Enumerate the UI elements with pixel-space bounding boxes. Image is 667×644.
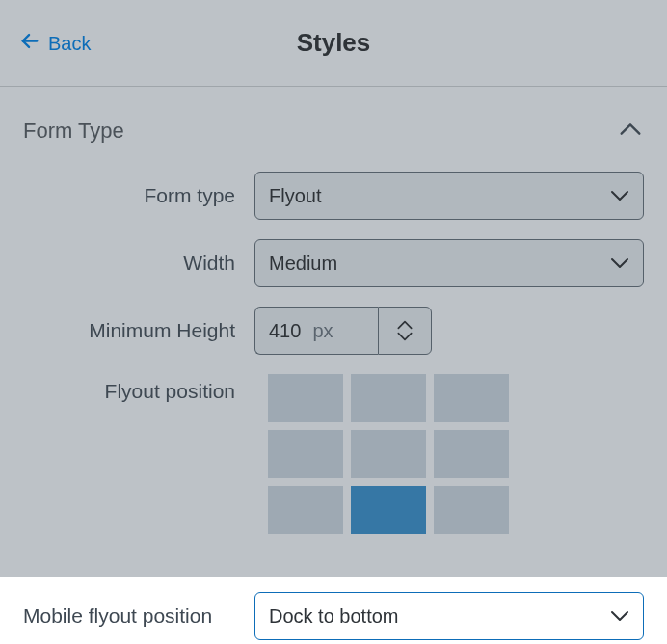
- page-title: Styles: [297, 28, 371, 58]
- section-title: Form Type: [23, 119, 124, 144]
- flyout-position-bottom-right[interactable]: [434, 486, 509, 534]
- min-height-input[interactable]: 410 px: [254, 307, 378, 355]
- back-label: Back: [48, 32, 91, 54]
- flyout-position-bottom-center[interactable]: [351, 486, 426, 534]
- label-mobile-flyout-position: Mobile flyout position: [23, 603, 254, 629]
- chevron-down-icon: [395, 331, 414, 342]
- row-flyout-position: Flyout position: [23, 374, 644, 534]
- select-form-type[interactable]: Flyout: [254, 172, 644, 220]
- flyout-position-middle-right[interactable]: [434, 430, 509, 478]
- chevron-up-icon: [617, 116, 644, 147]
- chevron-up-icon: [395, 319, 414, 331]
- label-flyout-position: Flyout position: [23, 374, 254, 403]
- select-form-type-value: Flyout: [269, 185, 321, 207]
- min-height-stepper[interactable]: [378, 307, 432, 355]
- min-height-control: 410 px: [254, 307, 644, 355]
- flyout-position-middle-center[interactable]: [351, 430, 426, 478]
- label-form-type: Form type: [23, 184, 254, 207]
- select-mobile-flyout-position-value: Dock to bottom: [269, 605, 399, 628]
- select-width-value: Medium: [269, 253, 337, 275]
- row-width: Width Medium: [23, 239, 644, 287]
- section-header-form-type[interactable]: Form Type: [0, 87, 667, 164]
- label-min-height: Minimum Height: [23, 319, 254, 342]
- label-width: Width: [23, 252, 254, 275]
- arrow-left-icon: [19, 30, 40, 56]
- min-height-unit: px: [312, 320, 333, 342]
- back-button[interactable]: Back: [19, 30, 91, 56]
- flyout-position-grid: [268, 374, 644, 534]
- flyout-position-top-center[interactable]: [351, 374, 426, 422]
- page-header: Back Styles: [0, 0, 667, 87]
- mobile-flyout-panel: Mobile flyout position Dock to bottom: [0, 577, 667, 644]
- select-mobile-flyout-position[interactable]: Dock to bottom: [254, 592, 644, 640]
- flyout-position-bottom-left[interactable]: [268, 486, 343, 534]
- form-area: Form type Flyout Width Medium Minimum He…: [0, 164, 667, 577]
- min-height-value: 410: [269, 320, 301, 342]
- row-min-height: Minimum Height 410 px: [23, 307, 644, 355]
- flyout-position-middle-left[interactable]: [268, 430, 343, 478]
- row-form-type: Form type Flyout: [23, 172, 644, 220]
- flyout-position-top-left[interactable]: [268, 374, 343, 422]
- select-width[interactable]: Medium: [254, 239, 644, 287]
- flyout-position-top-right[interactable]: [434, 374, 509, 422]
